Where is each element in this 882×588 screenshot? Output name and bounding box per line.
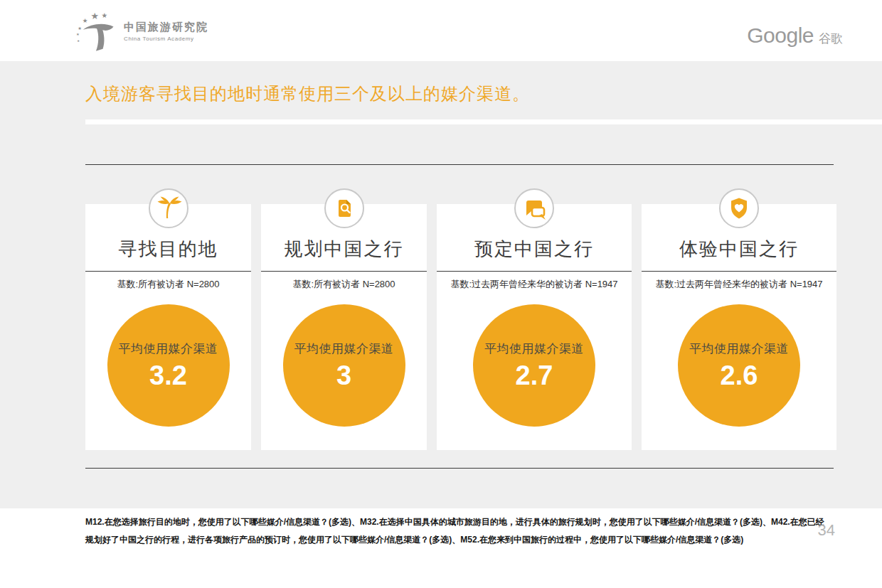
card-base-note: 基数:过去两年曾经来华的被访者 N=1947	[642, 278, 836, 291]
cta-logo-cn: 中国旅游研究院	[124, 21, 208, 34]
card-title: 规划中国之行	[261, 237, 427, 262]
card-title: 预定中国之行	[437, 237, 632, 262]
china-tourism-academy-logo: ★ ★ ★ ★ ★ ★ 中国旅游研究院 China Tourism Academ…	[75, 10, 208, 53]
metric-value: 3	[336, 360, 351, 391]
card-divider	[85, 271, 251, 272]
card-book-trip: 预定中国之行 基数:过去两年曾经来华的被访者 N=1947 平均使用媒介渠道 2…	[437, 204, 632, 450]
card-find-destination: 寻找目的地 基数:所有被访者 N=2800 平均使用媒介渠道 3.2	[85, 204, 251, 450]
footnote-line-2: 规划好了中国之行的行程，进行各项旅行产品的预订时，您使用了以下哪些媒介/信息渠道…	[85, 531, 824, 549]
cards-row: 寻找目的地 基数:所有被访者 N=2800 平均使用媒介渠道 3.2	[85, 204, 836, 450]
svg-text:★: ★	[76, 32, 80, 36]
card-base-note: 基数:所有被访者 N=2800	[85, 278, 251, 291]
metric-circle: 平均使用媒介渠道 3.2	[107, 304, 230, 427]
page-number: 34	[818, 521, 835, 540]
cta-logo-mark-icon: ★ ★ ★ ★ ★ ★	[75, 10, 118, 53]
card-base-note: 基数:所有被访者 N=2800	[261, 278, 427, 291]
chat-bubbles-icon	[514, 188, 554, 228]
metric-circle: 平均使用媒介渠道 2.6	[678, 304, 800, 427]
top-divider	[85, 164, 834, 165]
card-divider	[261, 271, 427, 272]
card-experience-trip: 体验中国之行 基数:过去两年曾经来华的被访者 N=1947 平均使用媒介渠道 2…	[642, 204, 836, 450]
google-logo: Google 谷歌	[747, 23, 843, 48]
card-divider	[437, 271, 632, 272]
metric-label: 平均使用媒介渠道	[294, 341, 394, 357]
card-base-note: 基数:过去两年曾经来华的被访者 N=1947	[437, 278, 632, 291]
header-bar: ★ ★ ★ ★ ★ ★ 中国旅游研究院 China Tourism Academ…	[0, 0, 882, 61]
doc-search-icon	[324, 188, 364, 228]
shield-heart-icon	[719, 188, 759, 228]
slide-body: 入境游客寻找目的地时通常使用三个及以上的媒介渠道。	[0, 61, 882, 508]
metric-label: 平均使用媒介渠道	[484, 341, 584, 357]
svg-text:★: ★	[101, 11, 107, 19]
metric-label: 平均使用媒介渠道	[689, 341, 789, 357]
card-plan-trip: 规划中国之行 基数:所有被访者 N=2800 平均使用媒介渠道 3	[261, 204, 427, 450]
bottom-divider	[85, 468, 834, 469]
metric-value: 2.6	[721, 360, 758, 391]
google-logo-text: Google	[747, 23, 814, 48]
card-title: 寻找目的地	[85, 237, 251, 262]
cta-logo-text: 中国旅游研究院 China Tourism Academy	[124, 21, 208, 42]
svg-text:★: ★	[83, 17, 88, 24]
svg-text:★: ★	[77, 39, 80, 43]
page-title: 入境游客寻找目的地时通常使用三个及以上的媒介渠道。	[85, 82, 530, 105]
slide: ★ ★ ★ ★ ★ ★ 中国旅游研究院 China Tourism Academ…	[0, 0, 882, 588]
card-divider	[642, 271, 836, 272]
palm-tree-icon	[149, 188, 188, 228]
metric-value: 2.7	[516, 360, 553, 391]
footnote: M12.在您选择旅行目的地时，您使用了以下哪些媒介/信息渠道？(多选)、M32.…	[85, 513, 824, 549]
google-logo-cn: 谷歌	[819, 31, 843, 47]
svg-text:★: ★	[90, 11, 99, 21]
footnote-line-1: M12.在您选择旅行目的地时，您使用了以下哪些媒介/信息渠道？(多选)、M32.…	[85, 513, 824, 531]
svg-text:★: ★	[78, 26, 82, 31]
card-title: 体验中国之行	[642, 237, 836, 262]
cta-logo-en: China Tourism Academy	[124, 36, 208, 42]
metric-label: 平均使用媒介渠道	[119, 341, 218, 357]
metric-circle: 平均使用媒介渠道 3	[283, 304, 405, 427]
metric-value: 3.2	[149, 360, 187, 391]
footer-bar: M12.在您选择旅行目的地时，您使用了以下哪些媒介/信息渠道？(多选)、M32.…	[0, 508, 882, 588]
metric-circle: 平均使用媒介渠道 2.7	[473, 304, 595, 427]
white-divider	[85, 119, 882, 124]
